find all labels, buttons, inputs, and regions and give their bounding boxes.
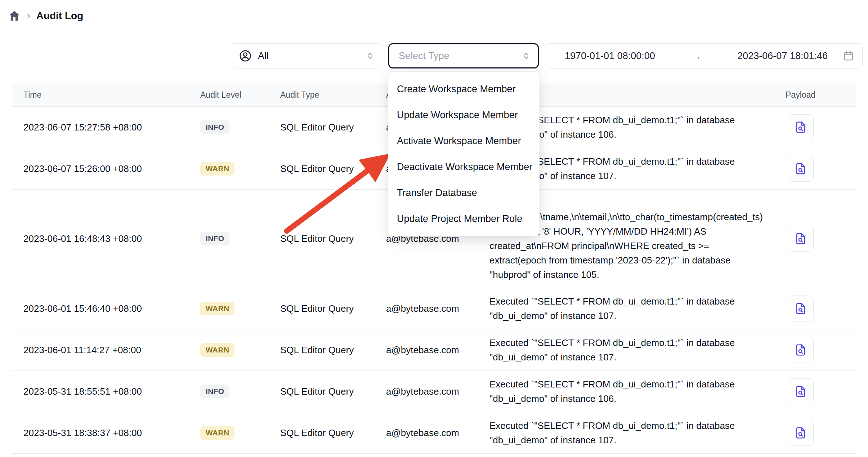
cell-actor: a@bytebase.com — [386, 427, 489, 439]
cell-audit-type: SQL Editor Query — [280, 122, 386, 133]
cell-audit-type: SQL Editor Query — [280, 303, 386, 314]
file-search-icon — [794, 426, 807, 440]
cell-audit-level: INFO — [200, 232, 280, 245]
chevron-right-icon: › — [27, 9, 31, 21]
payload-button[interactable] — [788, 337, 814, 363]
page-title: Audit Log — [36, 10, 84, 22]
payload-button[interactable] — [788, 296, 814, 321]
cell-time: 2023-06-01 16:48:43 +08:00 — [12, 233, 200, 244]
select-chevrons-icon — [521, 51, 531, 61]
level-badge: INFO — [200, 120, 229, 134]
header-time: Time — [12, 90, 200, 100]
type-menu-item[interactable]: Create Workspace Member — [388, 76, 540, 102]
date-range-start: 1970-01-01 08:00:00 — [565, 50, 655, 62]
cell-time: 2023-06-01 15:46:40 +08:00 — [12, 303, 200, 314]
calendar-icon — [843, 50, 854, 62]
cell-comment: Executed `"SELECT * FROM db_ui_demo.t1;"… — [489, 418, 786, 447]
cell-actor: a@bytebase.com — [386, 386, 489, 397]
level-badge: WARN — [200, 343, 234, 357]
cell-audit-type: SQL Editor Query — [280, 233, 386, 244]
cell-time: 2023-05-31 18:38:37 +08:00 — [12, 427, 200, 439]
cell-time: 2023-06-01 11:14:27 +08:00 — [12, 345, 200, 356]
date-range-end: 2023-06-07 18:01:46 — [737, 50, 828, 62]
level-badge: WARN — [200, 162, 234, 176]
header-audit-level: Audit Level — [200, 90, 280, 100]
cell-audit-level: INFO — [200, 385, 280, 398]
type-menu-item[interactable]: Deactivate Workspace Member — [388, 154, 540, 180]
table-row: 2023-06-01 11:14:27 +08:00 WARN SQL Edit… — [12, 329, 856, 371]
cell-time: 2023-06-07 15:27:58 +08:00 — [12, 122, 200, 133]
cell-actor: a@bytebase.com — [386, 303, 489, 314]
type-menu-item[interactable]: Update Project Member Role — [388, 206, 540, 232]
level-badge: WARN — [200, 426, 234, 440]
cell-actor: a@bytebase.com — [386, 345, 489, 356]
arrow-right-icon: → — [690, 49, 702, 63]
cell-payload — [786, 420, 856, 446]
cell-comment: Executed `"SELECT * FROM db_ui_demo.t1;"… — [489, 377, 786, 406]
cell-time: 2023-06-07 15:26:00 +08:00 — [12, 163, 200, 174]
type-menu-item[interactable]: Update Workspace Member — [388, 102, 540, 128]
payload-button[interactable] — [788, 114, 814, 140]
payload-button[interactable] — [788, 378, 814, 404]
cell-time: 2023-05-31 18:55:51 +08:00 — [12, 386, 200, 397]
header-audit-type: Audit Type — [280, 90, 386, 100]
cell-payload — [786, 156, 856, 182]
cell-audit-level: WARN — [200, 162, 280, 176]
file-search-icon — [794, 302, 807, 315]
file-search-icon — [794, 385, 807, 398]
cell-payload — [786, 114, 856, 140]
person-circle-icon — [238, 49, 252, 63]
table-row: 2023-06-01 15:46:40 +08:00 WARN SQL Edit… — [12, 288, 856, 329]
file-search-icon — [794, 343, 807, 357]
cell-comment: Executed `"SELECT * FROM db_ui_demo.t1;"… — [489, 294, 786, 323]
level-badge: WARN — [200, 302, 234, 315]
cell-audit-type: SQL Editor Query — [280, 163, 386, 174]
cell-payload — [786, 226, 856, 252]
cell-audit-level: WARN — [200, 426, 280, 440]
select-chevrons-icon — [365, 51, 375, 61]
level-badge: INFO — [200, 385, 229, 398]
payload-button[interactable] — [788, 226, 814, 252]
home-icon[interactable] — [8, 9, 21, 22]
table-row: 2023-05-31 18:38:37 +08:00 WARN SQL Edit… — [12, 412, 856, 454]
breadcrumb: › Audit Log — [8, 9, 83, 22]
audit-log-page: › Audit Log All Select Type — [0, 0, 868, 457]
type-filter-menu: Create Workspace Member Update Workspace… — [388, 72, 540, 236]
cell-payload — [786, 378, 856, 404]
date-range-picker[interactable]: 1970-01-01 08:00:00 → 2023-06-07 18:01:4… — [545, 43, 863, 68]
type-menu-item[interactable]: Transfer Database — [388, 180, 540, 206]
type-filter-select[interactable]: Select Type — [388, 43, 539, 68]
actor-filter-select[interactable]: All — [231, 43, 382, 68]
cell-audit-type: SQL Editor Query — [280, 386, 386, 397]
table-row: 2023-05-31 18:55:51 +08:00 INFO SQL Edit… — [12, 371, 856, 412]
cell-comment: Executed `"SELECT * FROM db_ui_demo.t1;"… — [489, 336, 786, 364]
cell-audit-type: SQL Editor Query — [280, 427, 386, 439]
type-menu-item[interactable]: Activate Workspace Member — [388, 128, 540, 154]
header-payload: Payload — [786, 90, 856, 100]
actor-filter-value: All — [258, 50, 269, 62]
cell-audit-level: WARN — [200, 343, 280, 357]
filter-bar: All Select Type 1970-01-01 08:00:00 → 20… — [231, 43, 863, 68]
file-search-icon — [794, 232, 807, 245]
file-search-icon — [794, 162, 807, 176]
cell-audit-level: WARN — [200, 302, 280, 315]
file-search-icon — [794, 120, 807, 134]
level-badge: INFO — [200, 232, 229, 245]
cell-payload — [786, 337, 856, 363]
cell-audit-type: SQL Editor Query — [280, 345, 386, 356]
payload-button[interactable] — [788, 420, 814, 446]
cell-audit-level: INFO — [200, 120, 280, 134]
payload-button[interactable] — [788, 156, 814, 182]
cell-payload — [786, 296, 856, 321]
type-filter-placeholder: Select Type — [399, 50, 449, 62]
